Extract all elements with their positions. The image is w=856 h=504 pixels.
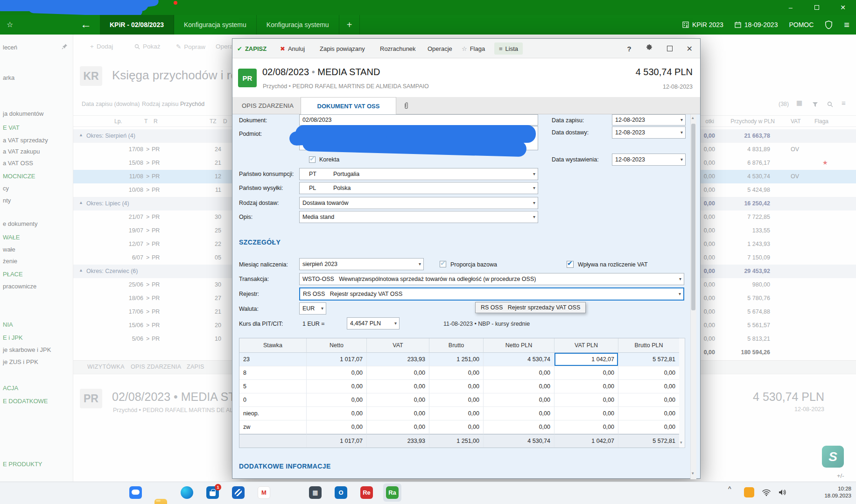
vat-cell[interactable]: 0,00 [484,380,554,393]
window-minimize-button[interactable]: – [778,0,804,15]
tab-konfiguracja-1[interactable]: Konfiguracja systemu [174,15,257,35]
transakcja-field[interactable]: WSTO-OSS Wewnątrzwspólnotowa sprzedaż to… [299,273,684,285]
list-button[interactable]: ≡Lista [494,42,523,55]
vat-cell[interactable]: 0,00 [484,366,554,380]
vat-cell[interactable]: 0,00 [618,407,680,420]
vat-cell-focused[interactable]: 1 042,07 [554,353,618,366]
waluta-field[interactable]: EUR▾ [299,302,326,315]
vat-table-scrollbar[interactable] [679,338,685,448]
column-header-flaga[interactable]: Flaga [814,118,828,125]
rachmistrz-app-icon[interactable]: Ra [386,486,399,499]
vat-cell[interactable]: 0,00 [367,380,429,393]
tab-opis-zdarzenia[interactable]: OPIS ZDARZENIA [242,97,294,114]
show-button[interactable]: Pokaż [134,43,161,50]
sidebar-section[interactable]: PŁACE [3,271,73,278]
rodzaj-dostaw-field[interactable]: Dostawa towarów▾ [299,197,538,209]
tab-zapis[interactable]: ZAPIS [187,364,204,370]
data-wystawienia-field[interactable]: 12-08-2023▾ [612,154,686,166]
collapse-triangle-icon[interactable]: ▲ [79,200,83,205]
help-menu[interactable]: POMOC [789,21,814,28]
linked-record-button[interactable]: Zapis powiązany [320,39,365,58]
collapse-triangle-icon[interactable]: ▲ [79,268,83,273]
edit-button[interactable]: ✎Popraw [176,43,205,50]
window-restore-button[interactable] [804,0,830,15]
outlook-app-icon[interactable]: O [335,486,347,499]
taskbar-clock[interactable]: 10:28 18.09.2023 [805,485,851,499]
vat-cell[interactable]: 0,00 [429,420,484,434]
sidebar-section[interactable]: ACJA [3,385,73,392]
vat-cell[interactable]: 0,00 [618,380,680,393]
vat-cell[interactable]: 5 572,81 [618,353,680,366]
chevron-down-icon[interactable]: ▾ [680,440,682,445]
kurs-field[interactable]: 4,4547 PLN▾ [347,317,400,329]
column-header-tz[interactable]: TZ [210,118,217,125]
vat-cell[interactable]: 0,00 [554,407,618,420]
save-button[interactable]: ✔ZAPISZ [237,39,267,58]
vat-cell[interactable]: 0,00 [484,420,554,434]
sidebar-section[interactable]: E DODATKOWE [3,398,73,405]
blue-app-icon[interactable] [232,486,245,499]
dialog-help-button[interactable]: ? [627,45,631,53]
vat-cell[interactable]: 0,00 [367,366,429,380]
wplywa-checkbox[interactable]: ✔ [567,261,574,268]
filter-icon[interactable] [812,101,818,109]
vat-cell[interactable]: nieop. [239,407,307,420]
vat-cell[interactable]: 0,00 [307,380,367,393]
sidebar-item[interactable]: je ZUS i PPK [3,358,73,365]
vat-cell[interactable]: 0,00 [367,420,429,434]
sidebar-section[interactable]: MOCNICZE [3,173,73,180]
scroll-up-icon[interactable]: ▴ [692,115,694,120]
vat-cell[interactable]: 0,00 [307,366,367,380]
vat-cell[interactable]: 0,00 [484,407,554,420]
scroll-down-icon[interactable]: ▾ [692,471,694,476]
vat-cell[interactable]: 0 [239,393,307,407]
settlement-button[interactable]: Rozrachunek [380,39,416,58]
collapse-triangle-icon[interactable]: ▲ [79,133,83,137]
operations-button[interactable]: Operacje [428,39,452,58]
vat-cell[interactable]: 0,00 [307,420,367,434]
vat-cell[interactable]: 4 530,74 [484,353,554,366]
dialog-close-button[interactable]: ✕ [687,44,693,53]
sidebar-item[interactable]: a VAT zakupu [3,148,73,155]
gmail-app-icon[interactable]: M [258,486,270,499]
vat-cell[interactable]: 23 [239,353,307,366]
vat-cell[interactable]: 8 [239,366,307,380]
vat-cell[interactable]: 1 017,07 [307,353,367,366]
sidebar-item[interactable]: je skarbowe i JPK [3,346,73,353]
sidebar-item[interactable]: cy [3,185,73,192]
company-selector[interactable]: KPiR 2023 [682,21,723,28]
re-app-icon[interactable]: Re [360,486,373,499]
vat-cell[interactable]: 0,00 [554,366,618,380]
sidebar-item[interactable]: a VAT OSS [3,160,73,167]
tray-expand-button[interactable]: ^ [728,485,731,493]
flag-star-icon[interactable]: ★ [822,159,828,166]
vat-cell[interactable]: 0,00 [429,366,484,380]
tray-app-icon[interactable] [744,487,754,497]
file-explorer-icon[interactable] [154,499,167,504]
vat-cell[interactable]: 0,00 [618,366,680,380]
shield-icon[interactable] [825,21,833,29]
vat-cell[interactable]: zw [239,420,307,434]
vat-cell[interactable]: 0,00 [367,393,429,407]
paperclip-icon[interactable] [403,102,410,112]
column-header-r[interactable]: R [154,118,158,125]
column-header-t[interactable]: T [144,118,147,125]
data-dostawy-field[interactable]: 12-08-2023▾ [612,126,686,139]
opis-field[interactable]: Media stand▾ [299,211,538,223]
calculator-app-icon[interactable]: ▦ [309,486,322,499]
speaker-icon[interactable] [778,488,787,498]
date-selector[interactable]: 18-09-2023 [735,21,778,28]
tab-kpir[interactable]: KPiR - 02/08/2023 [100,15,174,35]
tab-wizytowka[interactable]: WIZYTÓWKA [87,364,125,370]
sidebar-section[interactable]: WAŁE [3,234,73,241]
vat-cell[interactable]: 0,00 [618,420,680,434]
vat-cell[interactable]: 0,00 [429,407,484,420]
vat-cell[interactable]: 1 251,00 [429,353,484,366]
sidebar-item[interactable]: wałe [3,246,73,253]
sidebar-item[interactable]: a VAT sprzedaży [3,137,73,144]
filter-type[interactable]: Rodzaj zapisu Przychód [142,101,204,107]
tab-konfiguracja-2[interactable]: Konfiguracja systemu [257,15,339,35]
store-app-icon[interactable]: 1 [206,486,219,499]
tab-opis-zdarzenia[interactable]: OPIS ZDARZENIA [131,364,181,370]
chat-app-icon[interactable] [129,486,142,499]
